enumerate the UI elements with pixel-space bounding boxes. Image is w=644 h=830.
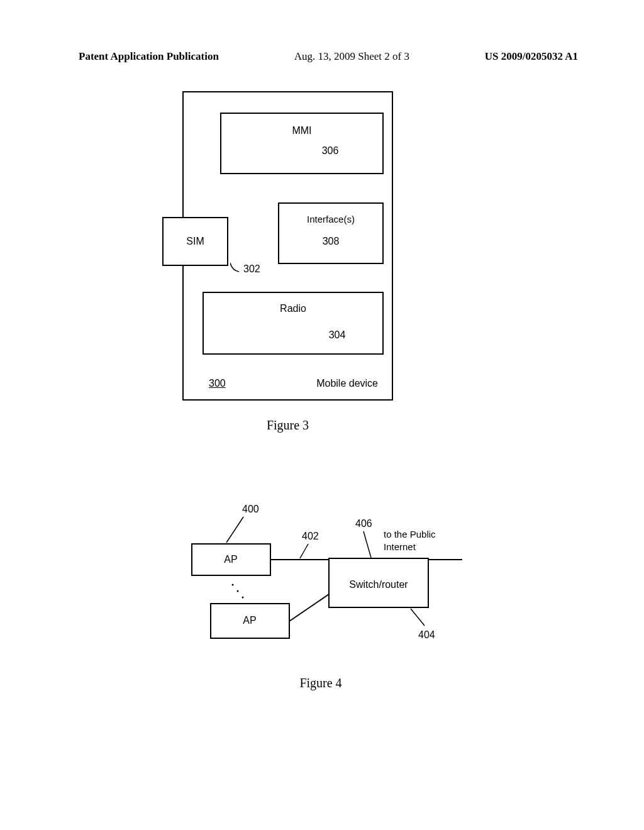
header-date-sheet: Aug. 13, 2009 Sheet 2 of 3 [294,50,409,63]
mmi-ref: 306 [278,145,382,157]
link-402-ref: 402 [302,531,319,541]
mmi-block: MMI 306 [220,113,384,174]
device-ref: 300 [209,378,226,389]
figure-4-diagram: AP 400 AP Switch/router 402 406 to the P… [173,497,469,654]
figure-4: AP 400 AP Switch/router 402 406 to the P… [173,497,469,690]
ap2-switch-link [289,594,329,621]
interfaces-ref: 308 [279,236,382,247]
figure-4-caption: Figure 4 [173,676,469,690]
link-402-leader [300,544,308,558]
figure-3: MMI 306 Interface(s) 308 SIM 302 Radio 3… [182,91,393,433]
ellipsis-dot [237,590,239,592]
link-406-leader [364,531,371,558]
switch-label: Switch/router [349,579,408,590]
ap1-ref: 400 [242,504,259,514]
sim-ref: 302 [243,263,260,275]
radio-block: Radio 304 [203,292,384,355]
internet-label-2: Internet [384,541,416,552]
ellipsis-dot [232,584,234,586]
switch-ref: 404 [418,629,435,640]
header-patent-number: US 2009/0205032 A1 [485,50,578,63]
page-header: Patent Application Publication Aug. 13, … [0,50,644,63]
internet-label-1: to the Public [384,529,436,540]
ap1-leader-line [226,517,243,543]
switch-ref-leader [411,609,425,626]
mobile-device-block: MMI 306 Interface(s) 308 SIM 302 Radio 3… [182,91,393,401]
ellipsis-dot [242,597,244,599]
ap1-label: AP [224,554,237,565]
ap2-label: AP [243,615,256,626]
sim-leader-line [230,263,243,274]
link-406-ref: 406 [355,518,372,529]
figure-3-caption: Figure 3 [182,418,393,433]
header-publication: Patent Application Publication [79,50,219,63]
sim-label: SIM [164,236,227,247]
radio-label: Radio [204,303,382,314]
radio-ref: 304 [292,329,382,341]
mmi-label: MMI [221,125,382,136]
interfaces-label: Interface(s) [279,214,382,224]
device-label: Mobile device [316,378,378,389]
sim-block: SIM [162,217,228,266]
interfaces-block: Interface(s) 308 [278,202,384,264]
